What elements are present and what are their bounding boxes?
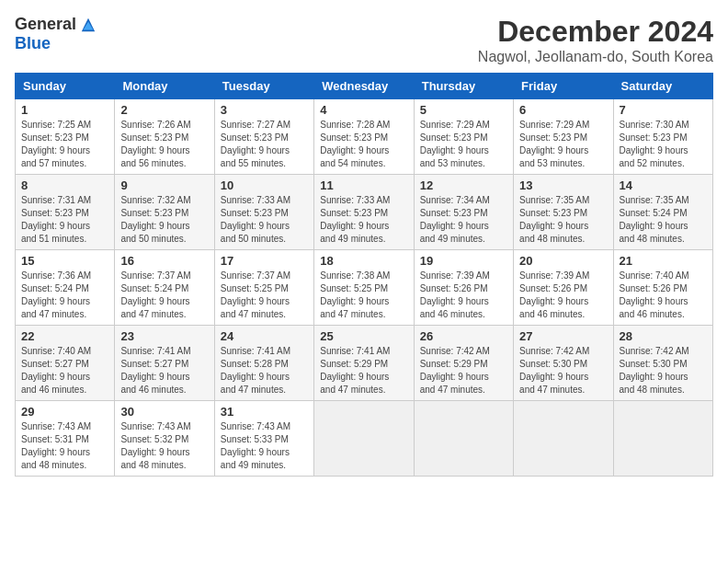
table-row: 19 Sunrise: 7:39 AMSunset: 5:26 PMDaylig… — [414, 250, 513, 326]
day-info: Sunrise: 7:29 AMSunset: 5:23 PMDaylight:… — [519, 119, 607, 170]
day-number: 12 — [420, 178, 507, 192]
header-wednesday: Wednesday — [314, 74, 414, 99]
day-info: Sunrise: 7:35 AMSunset: 5:23 PMDaylight:… — [519, 194, 607, 246]
table-row: 24 Sunrise: 7:41 AMSunset: 5:28 PMDaylig… — [214, 326, 313, 401]
calendar-week-row: 22 Sunrise: 7:40 AMSunset: 5:27 PMDaylig… — [16, 326, 713, 401]
day-info: Sunrise: 7:42 AMSunset: 5:30 PMDaylight:… — [519, 345, 607, 396]
calendar-week-row: 1 Sunrise: 7:25 AMSunset: 5:23 PMDayligh… — [16, 99, 713, 175]
day-info: Sunrise: 7:37 AMSunset: 5:24 PMDaylight:… — [120, 270, 208, 321]
day-number: 1 — [21, 103, 108, 117]
day-info: Sunrise: 7:43 AMSunset: 5:32 PMDaylight:… — [120, 420, 208, 472]
calendar-header-row: Sunday Monday Tuesday Wednesday Thursday… — [16, 74, 713, 99]
day-info: Sunrise: 7:42 AMSunset: 5:29 PMDaylight:… — [420, 345, 507, 396]
day-info: Sunrise: 7:38 AMSunset: 5:25 PMDaylight:… — [320, 270, 407, 321]
table-row: 6 Sunrise: 7:29 AMSunset: 5:23 PMDayligh… — [514, 99, 613, 175]
day-info: Sunrise: 7:29 AMSunset: 5:23 PMDaylight:… — [420, 119, 507, 170]
logo-blue: Blue — [15, 34, 51, 53]
table-row: 25 Sunrise: 7:41 AMSunset: 5:29 PMDaylig… — [314, 326, 414, 401]
day-number: 8 — [21, 178, 108, 192]
calendar-week-row: 8 Sunrise: 7:31 AMSunset: 5:23 PMDayligh… — [16, 175, 713, 250]
day-info: Sunrise: 7:42 AMSunset: 5:30 PMDaylight:… — [620, 345, 707, 396]
table-row: 21 Sunrise: 7:40 AMSunset: 5:26 PMDaylig… — [613, 250, 712, 326]
table-row: 31 Sunrise: 7:43 AMSunset: 5:33 PMDaylig… — [214, 401, 313, 477]
day-number: 5 — [420, 103, 507, 117]
day-number: 25 — [320, 329, 407, 343]
day-info: Sunrise: 7:32 AMSunset: 5:23 PMDaylight:… — [120, 194, 208, 246]
table-row: 16 Sunrise: 7:37 AMSunset: 5:24 PMDaylig… — [115, 250, 214, 326]
day-info: Sunrise: 7:41 AMSunset: 5:28 PMDaylight:… — [221, 345, 308, 396]
day-number: 14 — [620, 178, 707, 192]
calendar-week-row: 29 Sunrise: 7:43 AMSunset: 5:31 PMDaylig… — [16, 401, 713, 477]
day-number: 17 — [221, 254, 308, 268]
day-info: Sunrise: 7:40 AMSunset: 5:26 PMDaylight:… — [620, 270, 707, 321]
logo-general: General — [15, 15, 76, 34]
day-number: 23 — [120, 329, 208, 343]
day-number: 27 — [519, 329, 607, 343]
table-row: 4 Sunrise: 7:28 AMSunset: 5:23 PMDayligh… — [314, 99, 414, 175]
logo-icon — [80, 17, 97, 33]
day-number: 21 — [620, 254, 707, 268]
day-number: 9 — [120, 178, 208, 192]
day-number: 28 — [620, 329, 707, 343]
table-row: 20 Sunrise: 7:39 AMSunset: 5:26 PMDaylig… — [514, 250, 613, 326]
day-number: 10 — [221, 178, 308, 192]
day-info: Sunrise: 7:33 AMSunset: 5:23 PMDaylight:… — [221, 194, 308, 246]
table-row: 28 Sunrise: 7:42 AMSunset: 5:30 PMDaylig… — [613, 326, 712, 401]
day-info: Sunrise: 7:27 AMSunset: 5:23 PMDaylight:… — [221, 119, 308, 170]
day-info: Sunrise: 7:28 AMSunset: 5:23 PMDaylight:… — [320, 119, 407, 170]
table-row: 14 Sunrise: 7:35 AMSunset: 5:24 PMDaylig… — [613, 175, 712, 250]
header-saturday: Saturday — [613, 74, 712, 99]
header-sunday: Sunday — [16, 74, 115, 99]
day-number: 4 — [320, 103, 407, 117]
day-number: 31 — [221, 405, 308, 419]
day-number: 3 — [221, 103, 308, 117]
day-number: 7 — [620, 103, 707, 117]
day-number: 11 — [320, 178, 407, 192]
table-row: 8 Sunrise: 7:31 AMSunset: 5:23 PMDayligh… — [16, 175, 115, 250]
table-row — [613, 401, 712, 477]
logo: General Blue — [15, 15, 97, 53]
day-number: 16 — [120, 254, 208, 268]
calendar-week-row: 15 Sunrise: 7:36 AMSunset: 5:24 PMDaylig… — [16, 250, 713, 326]
table-row: 1 Sunrise: 7:25 AMSunset: 5:23 PMDayligh… — [16, 99, 115, 175]
day-info: Sunrise: 7:43 AMSunset: 5:31 PMDaylight:… — [21, 420, 108, 472]
day-info: Sunrise: 7:36 AMSunset: 5:24 PMDaylight:… — [21, 270, 108, 321]
table-row: 3 Sunrise: 7:27 AMSunset: 5:23 PMDayligh… — [214, 99, 313, 175]
day-number: 20 — [519, 254, 607, 268]
table-row — [514, 401, 613, 477]
header-thursday: Thursday — [414, 74, 513, 99]
table-row: 15 Sunrise: 7:36 AMSunset: 5:24 PMDaylig… — [16, 250, 115, 326]
title-section: December 2024 Nagwol, Jeollanam-do, Sout… — [478, 15, 713, 65]
day-number: 29 — [21, 405, 108, 419]
day-number: 24 — [221, 329, 308, 343]
page-header: General Blue December 2024 Nagwol, Jeoll… — [15, 15, 713, 65]
header-friday: Friday — [514, 74, 613, 99]
day-number: 18 — [320, 254, 407, 268]
day-info: Sunrise: 7:34 AMSunset: 5:23 PMDaylight:… — [420, 194, 507, 246]
day-number: 6 — [519, 103, 607, 117]
table-row — [414, 401, 513, 477]
day-info: Sunrise: 7:33 AMSunset: 5:23 PMDaylight:… — [320, 194, 407, 246]
location: Nagwol, Jeollanam-do, South Korea — [478, 49, 713, 65]
table-row: 30 Sunrise: 7:43 AMSunset: 5:32 PMDaylig… — [115, 401, 214, 477]
day-number: 22 — [21, 329, 108, 343]
day-info: Sunrise: 7:39 AMSunset: 5:26 PMDaylight:… — [519, 270, 607, 321]
day-number: 13 — [519, 178, 607, 192]
day-number: 26 — [420, 329, 507, 343]
table-row: 9 Sunrise: 7:32 AMSunset: 5:23 PMDayligh… — [115, 175, 214, 250]
day-number: 19 — [420, 254, 507, 268]
day-number: 15 — [21, 254, 108, 268]
table-row: 27 Sunrise: 7:42 AMSunset: 5:30 PMDaylig… — [514, 326, 613, 401]
table-row: 29 Sunrise: 7:43 AMSunset: 5:31 PMDaylig… — [16, 401, 115, 477]
day-info: Sunrise: 7:35 AMSunset: 5:24 PMDaylight:… — [620, 194, 707, 246]
day-info: Sunrise: 7:41 AMSunset: 5:29 PMDaylight:… — [320, 345, 407, 396]
day-info: Sunrise: 7:37 AMSunset: 5:25 PMDaylight:… — [221, 270, 308, 321]
table-row: 13 Sunrise: 7:35 AMSunset: 5:23 PMDaylig… — [514, 175, 613, 250]
table-row: 12 Sunrise: 7:34 AMSunset: 5:23 PMDaylig… — [414, 175, 513, 250]
table-row: 22 Sunrise: 7:40 AMSunset: 5:27 PMDaylig… — [16, 326, 115, 401]
header-tuesday: Tuesday — [214, 74, 313, 99]
day-info: Sunrise: 7:26 AMSunset: 5:23 PMDaylight:… — [120, 119, 208, 170]
table-row: 7 Sunrise: 7:30 AMSunset: 5:23 PMDayligh… — [613, 99, 712, 175]
table-row: 5 Sunrise: 7:29 AMSunset: 5:23 PMDayligh… — [414, 99, 513, 175]
calendar: Sunday Monday Tuesday Wednesday Thursday… — [15, 73, 713, 477]
